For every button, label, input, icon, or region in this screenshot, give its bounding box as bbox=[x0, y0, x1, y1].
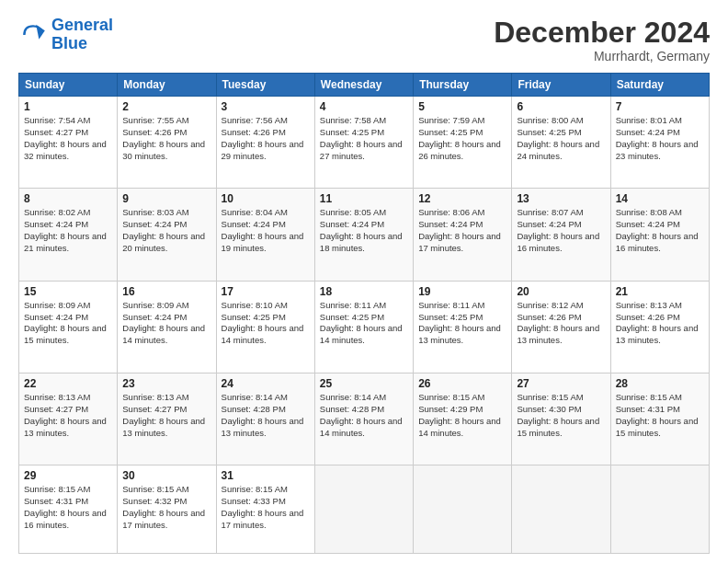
day-number: 26 bbox=[418, 377, 506, 390]
table-row: 10Sunrise: 8:04 AMSunset: 4:24 PMDayligh… bbox=[216, 189, 314, 281]
day-number: 17 bbox=[222, 285, 310, 298]
table-row: 30Sunrise: 8:15 AMSunset: 4:32 PMDayligh… bbox=[118, 465, 216, 554]
table-row: 4Sunrise: 7:58 AMSunset: 4:25 PMDaylight… bbox=[314, 97, 413, 189]
page: General Blue December 2024 Murrhardt, Ge… bbox=[0, 0, 728, 563]
day-number: 9 bbox=[122, 192, 210, 205]
col-saturday: Saturday bbox=[610, 74, 709, 97]
table-row: 31Sunrise: 8:15 AMSunset: 4:33 PMDayligh… bbox=[216, 465, 314, 554]
day-info: Sunrise: 8:02 AMSunset: 4:24 PMDaylight:… bbox=[24, 207, 112, 254]
day-info: Sunrise: 8:15 AMSunset: 4:32 PMDaylight:… bbox=[122, 484, 210, 531]
day-number: 10 bbox=[222, 192, 310, 205]
table-row: 18Sunrise: 8:11 AMSunset: 4:25 PMDayligh… bbox=[314, 281, 413, 373]
table-row: 2Sunrise: 7:55 AMSunset: 4:26 PMDaylight… bbox=[118, 97, 216, 189]
day-info: Sunrise: 8:15 AMSunset: 4:31 PMDaylight:… bbox=[616, 392, 704, 439]
col-tuesday: Tuesday bbox=[216, 74, 314, 97]
header: General Blue December 2024 Murrhardt, Ge… bbox=[18, 17, 710, 63]
day-info: Sunrise: 8:15 AMSunset: 4:31 PMDaylight:… bbox=[24, 484, 112, 531]
calendar-table: Sunday Monday Tuesday Wednesday Thursday… bbox=[18, 73, 710, 554]
day-number: 19 bbox=[418, 285, 506, 298]
day-number: 29 bbox=[24, 469, 112, 482]
day-info: Sunrise: 7:58 AMSunset: 4:25 PMDaylight:… bbox=[320, 115, 408, 162]
calendar-week-row: 29Sunrise: 8:15 AMSunset: 4:31 PMDayligh… bbox=[19, 465, 710, 554]
calendar-week-row: 8Sunrise: 8:02 AMSunset: 4:24 PMDaylight… bbox=[19, 189, 710, 281]
day-number: 24 bbox=[222, 377, 310, 390]
day-number: 18 bbox=[320, 285, 408, 298]
title-block: December 2024 Murrhardt, Germany bbox=[494, 17, 710, 63]
day-info: Sunrise: 8:15 AMSunset: 4:30 PMDaylight:… bbox=[517, 392, 605, 439]
day-info: Sunrise: 8:09 AMSunset: 4:24 PMDaylight:… bbox=[122, 300, 210, 347]
day-number: 11 bbox=[320, 192, 408, 205]
calendar-week-row: 1Sunrise: 7:54 AMSunset: 4:27 PMDaylight… bbox=[19, 97, 710, 189]
day-info: Sunrise: 7:56 AMSunset: 4:26 PMDaylight:… bbox=[222, 115, 310, 162]
day-info: Sunrise: 8:11 AMSunset: 4:25 PMDaylight:… bbox=[418, 300, 506, 347]
table-row bbox=[314, 465, 413, 554]
calendar-week-row: 22Sunrise: 8:13 AMSunset: 4:27 PMDayligh… bbox=[19, 373, 710, 465]
logo: General Blue bbox=[18, 17, 113, 53]
day-info: Sunrise: 8:11 AMSunset: 4:25 PMDaylight:… bbox=[320, 300, 408, 347]
day-number: 6 bbox=[517, 100, 605, 113]
day-info: Sunrise: 8:14 AMSunset: 4:28 PMDaylight:… bbox=[222, 392, 310, 439]
day-info: Sunrise: 8:12 AMSunset: 4:26 PMDaylight:… bbox=[517, 300, 605, 347]
day-number: 28 bbox=[616, 377, 704, 390]
day-number: 3 bbox=[222, 100, 310, 113]
day-number: 16 bbox=[122, 285, 210, 298]
table-row: 3Sunrise: 7:56 AMSunset: 4:26 PMDaylight… bbox=[216, 97, 314, 189]
day-number: 8 bbox=[24, 192, 112, 205]
day-info: Sunrise: 8:03 AMSunset: 4:24 PMDaylight:… bbox=[122, 207, 210, 254]
day-info: Sunrise: 7:59 AMSunset: 4:25 PMDaylight:… bbox=[418, 115, 506, 162]
day-number: 22 bbox=[24, 377, 112, 390]
day-info: Sunrise: 8:14 AMSunset: 4:28 PMDaylight:… bbox=[320, 392, 408, 439]
col-friday: Friday bbox=[512, 74, 610, 97]
day-number: 27 bbox=[517, 377, 605, 390]
day-number: 14 bbox=[616, 192, 704, 205]
table-row: 9Sunrise: 8:03 AMSunset: 4:24 PMDaylight… bbox=[118, 189, 216, 281]
day-info: Sunrise: 8:07 AMSunset: 4:24 PMDaylight:… bbox=[517, 207, 605, 254]
table-row: 17Sunrise: 8:10 AMSunset: 4:25 PMDayligh… bbox=[216, 281, 314, 373]
day-number: 7 bbox=[616, 100, 704, 113]
table-row: 23Sunrise: 8:13 AMSunset: 4:27 PMDayligh… bbox=[118, 373, 216, 465]
logo-line1: General bbox=[51, 16, 113, 34]
col-thursday: Thursday bbox=[414, 74, 512, 97]
month-title: December 2024 bbox=[494, 17, 710, 49]
table-row: 21Sunrise: 8:13 AMSunset: 4:26 PMDayligh… bbox=[610, 281, 709, 373]
day-info: Sunrise: 8:09 AMSunset: 4:24 PMDaylight:… bbox=[24, 300, 112, 347]
table-row bbox=[512, 465, 610, 554]
day-info: Sunrise: 7:54 AMSunset: 4:27 PMDaylight:… bbox=[24, 115, 112, 162]
table-row: 12Sunrise: 8:06 AMSunset: 4:24 PMDayligh… bbox=[414, 189, 512, 281]
day-number: 13 bbox=[517, 192, 605, 205]
day-info: Sunrise: 8:13 AMSunset: 4:27 PMDaylight:… bbox=[24, 392, 112, 439]
table-row: 25Sunrise: 8:14 AMSunset: 4:28 PMDayligh… bbox=[314, 373, 413, 465]
day-info: Sunrise: 8:00 AMSunset: 4:25 PMDaylight:… bbox=[517, 115, 605, 162]
day-info: Sunrise: 8:04 AMSunset: 4:24 PMDaylight:… bbox=[222, 207, 310, 254]
day-number: 5 bbox=[418, 100, 506, 113]
table-row: 15Sunrise: 8:09 AMSunset: 4:24 PMDayligh… bbox=[19, 281, 118, 373]
table-row: 27Sunrise: 8:15 AMSunset: 4:30 PMDayligh… bbox=[512, 373, 610, 465]
col-monday: Monday bbox=[118, 74, 216, 97]
day-number: 20 bbox=[517, 285, 605, 298]
logo-icon bbox=[18, 20, 48, 50]
table-row: 22Sunrise: 8:13 AMSunset: 4:27 PMDayligh… bbox=[19, 373, 118, 465]
day-info: Sunrise: 8:13 AMSunset: 4:27 PMDaylight:… bbox=[122, 392, 210, 439]
table-row: 5Sunrise: 7:59 AMSunset: 4:25 PMDaylight… bbox=[414, 97, 512, 189]
day-info: Sunrise: 8:15 AMSunset: 4:33 PMDaylight:… bbox=[222, 484, 310, 531]
day-number: 12 bbox=[418, 192, 506, 205]
logo-text: General Blue bbox=[51, 17, 113, 53]
day-number: 15 bbox=[24, 285, 112, 298]
day-number: 23 bbox=[122, 377, 210, 390]
day-number: 30 bbox=[122, 469, 210, 482]
table-row: 1Sunrise: 7:54 AMSunset: 4:27 PMDaylight… bbox=[19, 97, 118, 189]
table-row bbox=[610, 465, 709, 554]
table-row: 14Sunrise: 8:08 AMSunset: 4:24 PMDayligh… bbox=[610, 189, 709, 281]
day-info: Sunrise: 7:55 AMSunset: 4:26 PMDaylight:… bbox=[122, 115, 210, 162]
table-row: 24Sunrise: 8:14 AMSunset: 4:28 PMDayligh… bbox=[216, 373, 314, 465]
calendar-week-row: 15Sunrise: 8:09 AMSunset: 4:24 PMDayligh… bbox=[19, 281, 710, 373]
day-info: Sunrise: 8:05 AMSunset: 4:24 PMDaylight:… bbox=[320, 207, 408, 254]
day-number: 1 bbox=[24, 100, 112, 113]
col-sunday: Sunday bbox=[19, 74, 118, 97]
day-info: Sunrise: 8:01 AMSunset: 4:24 PMDaylight:… bbox=[616, 115, 704, 162]
day-info: Sunrise: 8:10 AMSunset: 4:25 PMDaylight:… bbox=[222, 300, 310, 347]
day-info: Sunrise: 8:06 AMSunset: 4:24 PMDaylight:… bbox=[418, 207, 506, 254]
table-row: 8Sunrise: 8:02 AMSunset: 4:24 PMDaylight… bbox=[19, 189, 118, 281]
day-number: 4 bbox=[320, 100, 408, 113]
table-row: 13Sunrise: 8:07 AMSunset: 4:24 PMDayligh… bbox=[512, 189, 610, 281]
